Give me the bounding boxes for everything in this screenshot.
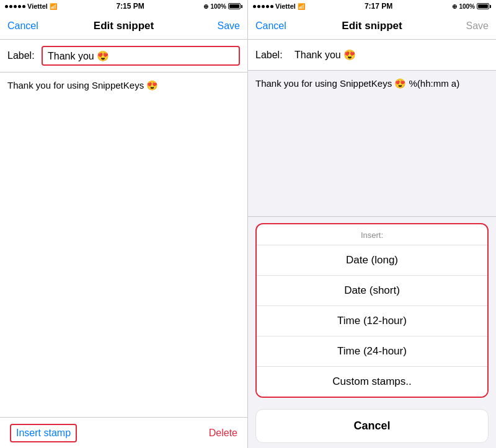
label-input-left[interactable] [42, 46, 240, 66]
label-value-right: Thank you 😍 [290, 46, 489, 64]
cancel-button-right[interactable]: Cancel [255, 20, 286, 32]
insert-time-12[interactable]: Time (12-hour) [257, 306, 487, 336]
battery-icon-left [228, 3, 242, 9]
status-bar-left: Viettel 📶 7:15 PM ⊕ 100% [0, 0, 247, 12]
carrier-label-left: Viettel [27, 2, 48, 10]
charging-icon-left: ⊕ [203, 3, 208, 10]
status-bar-right: Viettel 📶 7:17 PM ⊕ 100% [248, 0, 496, 12]
bottom-bar-left: Insert stamp Delete [0, 417, 247, 448]
signal-icon [5, 5, 25, 8]
label-prefix-left: Label: [7, 50, 35, 61]
time-label-right: 7:17 PM [365, 2, 392, 11]
content-area-left: Thank you for using SnippetKeys 😍 [0, 72, 247, 448]
insert-time-24[interactable]: Time (24-hour) [257, 336, 487, 367]
signal-icon-right [253, 5, 273, 8]
delete-button-left[interactable]: Delete [209, 428, 237, 439]
save-button-right[interactable]: Save [458, 20, 489, 32]
battery-label-left: 100% [210, 3, 226, 10]
status-right-right: ⊕ 100% [452, 3, 491, 10]
battery-label-right: 100% [459, 3, 475, 10]
status-left-right: Viettel 📶 [253, 2, 305, 10]
label-row-left: Label: [0, 40, 247, 72]
insert-header: Insert: [257, 224, 487, 245]
wifi-icon-right: 📶 [298, 3, 305, 10]
status-right-left: ⊕ 100% [203, 3, 242, 10]
left-panel: Viettel 📶 7:15 PM ⊕ 100% Cancel Edit sni… [0, 0, 248, 448]
nav-title-left: Edit snippet [94, 20, 154, 32]
status-left-left: Viettel 📶 [5, 2, 57, 10]
content-text-right: Thank you for using SnippetKeys 😍 %(hh:m… [255, 78, 459, 89]
battery-icon-right [477, 3, 491, 9]
label-row-right: Label: Thank you 😍 [248, 40, 496, 71]
cancel-large-button[interactable]: Cancel [255, 409, 489, 443]
charging-icon-right: ⊕ [452, 3, 457, 10]
save-button-left[interactable]: Save [209, 20, 240, 32]
insert-custom-stamps[interactable]: Custom stamps.. [257, 367, 487, 397]
nav-bar-right: Cancel Edit snippet Save [248, 12, 496, 40]
insert-date-short[interactable]: Date (short) [257, 276, 487, 306]
time-label-left: 7:15 PM [116, 2, 144, 11]
nav-bar-left: Cancel Edit snippet Save [0, 12, 247, 40]
label-prefix-right: Label: [255, 50, 283, 61]
nav-title-right: Edit snippet [342, 20, 402, 32]
right-panel: Viettel 📶 7:17 PM ⊕ 100% Cancel Edit sni… [248, 0, 496, 448]
cancel-button-left[interactable]: Cancel [7, 20, 38, 32]
wifi-icon-left: 📶 [50, 3, 57, 10]
carrier-label-right: Viettel [275, 2, 296, 10]
content-area-right: Thank you for using SnippetKeys 😍 %(hh:m… [248, 71, 496, 217]
insert-date-long[interactable]: Date (long) [257, 245, 487, 276]
insert-stamp-button[interactable]: Insert stamp [10, 424, 77, 442]
content-text-left: Thank you for using SnippetKeys 😍 [7, 80, 158, 90]
insert-picker: Insert: Date (long) Date (short) Time (1… [255, 223, 489, 398]
